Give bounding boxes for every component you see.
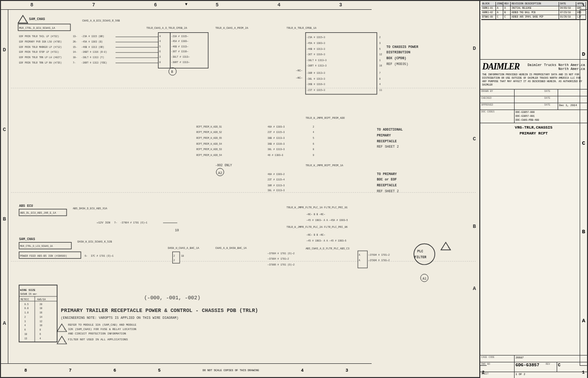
svg-text:-23A # 1315—3: -23A # 1315—3 <box>306 36 325 39</box>
svg-text:—NC—  B  B  —NC—: —NC— B B —NC— <box>306 234 325 236</box>
svg-text:—37804 # 1781—2: —37804 # 1781—2 <box>368 259 390 262</box>
col-5: 5 <box>216 2 219 8</box>
svg-text:46A # 1303—2: 46A # 1303—2 <box>268 173 285 176</box>
svg-text:37C # 1701 (O)—1: 37C # 1701 (O)—1 <box>91 255 114 257</box>
right-row-b: B <box>582 229 586 235</box>
svg-text:TRLR_H_JMPR_FLTR_PLC_2A  FLTR_: TRLR_H_JMPR_FLTR_PLC_2A FLTR_PLC_PRI_06 <box>286 226 348 229</box>
svg-text:-36RT # 1313 (YDG): -36RT # 1313 (YDG) <box>81 62 107 64</box>
row-b: B <box>3 216 6 222</box>
cage-label: CAGE CODE <box>480 356 515 362</box>
svg-text:38B # 1313—3: 38B # 1313—3 <box>268 137 285 139</box>
bottom-col-2: 2 <box>479 365 487 378</box>
svg-text:PLC: PLC <box>417 249 423 253</box>
bottom-col-7: 7 <box>69 368 71 373</box>
svg-text:RECEPTACLE: RECEPTACLE <box>377 139 397 143</box>
scale-note: DO NOT SCALE COPIES OF THIS DRAWING <box>203 369 259 372</box>
svg-text:TRLR_H_TRLR_CPDB_1A: TRLR_H_TRLR_CPDB_1A <box>286 27 317 30</box>
svg-text:7←: 7← <box>114 222 118 224</box>
svg-text:CHAS_A_H_ECU_SCHAS_R_56B: CHAS_A_H_ECU_SCHAS_R_56B <box>82 20 120 22</box>
svg-text:-38R # 1313—3: -38R # 1313—3 <box>306 72 325 74</box>
svg-text:—37604 # 1701—2: —37604 # 1701—2 <box>368 254 390 256</box>
svg-text:DASH_H_CHAS_A_BHC_1A: DASH_H_CHAS_A_BHC_1A <box>168 247 200 250</box>
svg-text:-46B # 1313—3: -46B # 1313—3 <box>306 48 325 50</box>
svg-text:EOF PRIN TRLR TRN LP RH (#735): EOF PRIN TRLR TRN LP RH (#735) <box>19 62 62 64</box>
svg-text:-38RT # 1313—3: -38RT # 1313—3 <box>306 65 327 67</box>
svg-text:ABS_DL_ECU_ABS_JAR_E_1A: ABS_DL_ECU_ABS_JAR_E_1A <box>20 212 56 215</box>
svg-text:B: B <box>171 70 173 74</box>
title-block: BLOCK ZONE REV REVISION DESCRIPTION DATE… <box>479 1 587 378</box>
svg-text:TO PRIMARY: TO PRIMARY <box>377 172 398 176</box>
svg-text:32K (SAM_CHAS) FOR FUSE & RELA: 32K (SAM_CHAS) FOR FUSE & RELAY LOCATION <box>68 328 137 331</box>
svg-text:+12V IGN: +12V IGN <box>96 221 110 224</box>
svg-text:9: 9 <box>313 154 314 156</box>
svg-text:-23A # 1315—: -23A # 1315— <box>171 35 188 38</box>
svg-text:4: 4 <box>379 83 381 86</box>
svg-text:TRLR_CHAS_A_O_TRLR_CPDB_2A: TRLR_CHAS_A_O_TRLR_CPDB_2A <box>146 27 188 30</box>
checked-value <box>515 96 543 103</box>
svg-text:REF SHEET 2: REF SHEET 2 <box>377 189 399 193</box>
drawn-value <box>515 89 543 96</box>
svg-text:B: B <box>473 223 476 229</box>
svg-text:-46B # 1313—: -46B # 1313— <box>171 45 188 48</box>
svg-text:3: 3 <box>159 56 161 58</box>
svg-text:WIRE SIZE: WIRE SIZE <box>20 289 36 292</box>
svg-text:EOF PRIN TRLR TRN LP LH (#827): EOF PRIN TRLR TRN LP LH (#827) <box>19 56 62 59</box>
svg-text:6←: 6← <box>85 255 88 257</box>
svg-text:2: 2 <box>24 316 26 318</box>
svg-text:ABS_DASH_D_ECU_ABS_X1A: ABS_DASH_D_ECU_ABS_X1A <box>73 207 108 210</box>
svg-text:0.5: 0.5 <box>24 303 29 306</box>
svg-text:TO ADDITIONAL: TO ADDITIONAL <box>377 128 403 132</box>
svg-text:-45A # 1303 (B): -45A # 1303 (B) <box>81 41 103 43</box>
approved-label: APPROVED <box>480 103 515 110</box>
svg-text:RCPT_PRIM_H_ADD_S1: RCPT_PRIM_H_ADD_S1 <box>196 126 222 128</box>
svg-text:PRIMARY TRAILER RECEPTACLE POW: PRIMARY TRAILER RECEPTACLE POWER & CONTR… <box>61 308 258 313</box>
svg-text:8: 8 <box>159 61 161 64</box>
col-3: 3 <box>339 2 342 8</box>
svg-text:14←: 14← <box>73 51 77 53</box>
svg-text:6: 6 <box>313 143 314 145</box>
svg-text:!: ! <box>447 246 449 250</box>
svg-text:5: 5 <box>159 45 161 48</box>
svg-text:4: 4 <box>24 324 26 327</box>
row-a: A <box>3 320 6 326</box>
svg-text:4: 4 <box>159 40 161 43</box>
svg-text:—37804 # 1781—2: —37804 # 1781—2 <box>267 258 289 260</box>
svg-text:0.8: 0.8 <box>24 307 29 310</box>
daimler-logo-section: DAIMLER Daimler Trucks North America Nor… <box>480 60 587 89</box>
svg-text:23T # 1315—3: 23T # 1315—3 <box>268 131 285 133</box>
svg-text:RECEPTACLE: RECEPTACLE <box>377 183 397 187</box>
svg-text:12: 12 <box>379 53 382 56</box>
svg-text:2: 2 <box>313 126 314 128</box>
svg-text:13: 13 <box>24 337 27 340</box>
right-row-c: C <box>582 140 586 146</box>
svg-text:13←: 13← <box>73 35 77 38</box>
svg-text:3: 3 <box>24 320 26 323</box>
svg-text:REF SHEET 2: REF SHEET 2 <box>377 145 399 149</box>
svg-text:MUX_CTRL_D_LCU_SCHAS_1A: MUX_CTRL_D_LCU_SCHAS_1A <box>20 245 53 247</box>
svg-text:TRLR_H_JMPR_FLTR_PLC_1A  FLTR_: TRLR_H_JMPR_FLTR_PLC_1A FLTR_PLC_PRI_01 <box>286 206 348 209</box>
svg-text:-38LT # 1313 (Y): -38LT # 1313 (Y) <box>81 56 104 59</box>
svg-text:46 # 1303—3: 46 # 1303—3 <box>268 154 283 156</box>
svg-text:-37604 # 1701 (O)—1: -37604 # 1701 (O)—1 <box>120 222 147 224</box>
svg-text:-23A # 1315 (BR): -23A # 1315 (BR) <box>81 35 104 38</box>
svg-text:!: ! <box>64 341 65 343</box>
svg-text:38L # 1313—3: 38L # 1313—3 <box>268 148 285 151</box>
svg-text:EOF PRIMARY PVR IGN L50 (#785): EOF PRIMARY PVR IGN L50 (#785) <box>19 41 62 43</box>
svg-text:-38L # 1313—3: -38L # 1313—3 <box>306 78 325 80</box>
svg-text:18: 18 <box>40 307 43 310</box>
svg-text:EOF PRIN TRLR TAIL LP (#732): EOF PRIN TRLR TAIL LP (#732) <box>19 35 59 38</box>
svg-text:46A # 1303—3: 46A # 1303—3 <box>268 126 285 128</box>
svg-text:BOC or EOF: BOC or EOF <box>377 178 397 181</box>
approved-value <box>515 103 543 110</box>
svg-text:(ENGINEERING NOTE: VAROPTS IS : (ENGINEERING NOTE: VAROPTS IS APPLIED ON… <box>61 316 178 320</box>
svg-text:6: 6 <box>159 50 161 53</box>
svg-text:REFER TO MODULE 32A (SAM_CAB) : REFER TO MODULE 32A (SAM_CAB) AND MODULE <box>68 323 137 327</box>
svg-text:4: 4 <box>159 35 161 38</box>
svg-text:SAM_CHAS: SAM_CHAS <box>29 17 45 21</box>
svg-text:MUX_CTRL_D_ECU_SCHAS_1A: MUX_CTRL_D_ECU_SCHAS_1A <box>19 27 55 30</box>
svg-text:TRLR_H_CHAS_A_PRIM_2A: TRLR_H_CHAS_A_PRIM_2A <box>215 27 249 30</box>
bottom-col-8: 8 <box>24 368 27 373</box>
svg-text:RCPT_PRIM_H_ADD_S5: RCPT_PRIM_H_ADD_S5 <box>196 137 222 139</box>
svg-text:-45A # 1303—: -45A # 1303— <box>171 40 188 43</box>
col-4: 4 <box>278 2 281 8</box>
